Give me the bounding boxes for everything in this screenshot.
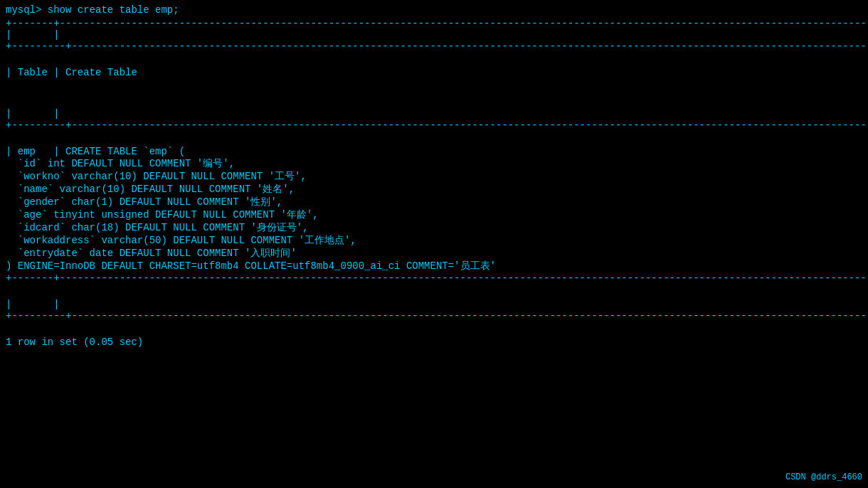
empty-line6 bbox=[0, 322, 868, 336]
divider-line3: +---------+-----------------------------… bbox=[0, 41, 868, 52]
content-line4: `name` varchar(10) DEFAULT NULL COMMENT … bbox=[0, 183, 868, 196]
empty-line4 bbox=[0, 131, 868, 146]
divider-mid1: | | bbox=[0, 108, 868, 120]
table-header-row: | Table | Create Table bbox=[0, 67, 868, 78]
row-count: 1 row in set (0.05 sec) bbox=[0, 336, 868, 348]
content-line8: `workaddress` varchar(50) DEFAULT NULL C… bbox=[0, 234, 868, 247]
divider-mid2: +---------+-----------------------------… bbox=[0, 120, 868, 131]
divider-bottom2: | | bbox=[0, 299, 868, 310]
divider-bottom3: +---------+-----------------------------… bbox=[0, 310, 868, 322]
content-line7: `idcard` char(18) DEFAULT NULL COMMENT '… bbox=[0, 221, 868, 234]
content-line1: | emp | CREATE TABLE `emp` ( bbox=[0, 146, 868, 157]
divider-top: +-------+-------------------------------… bbox=[0, 18, 868, 29]
divider-line2: | | bbox=[0, 29, 868, 41]
content-line3: `workno` varchar(10) DEFAULT NULL COMMEN… bbox=[0, 170, 868, 183]
empty-line1 bbox=[0, 52, 868, 67]
content-line10: ) ENGINE=InnoDB DEFAULT CHARSET=utf8mb4 … bbox=[0, 260, 868, 272]
empty-line2 bbox=[0, 78, 868, 93]
content-line5: `gender` char(1) DEFAULT NULL COMMENT '性… bbox=[0, 196, 868, 208]
content-line2: `id` int DEFAULT NULL COMMENT '编号', bbox=[0, 157, 868, 170]
divider-bottom1: +-------+-------------------------------… bbox=[0, 272, 868, 284]
empty-line5 bbox=[0, 284, 868, 299]
content-line6: `age` tinyint unsigned DEFAULT NULL COMM… bbox=[0, 208, 868, 221]
empty-line3 bbox=[0, 93, 868, 108]
watermark: CSDN @ddrs_4660 bbox=[785, 472, 862, 482]
content-line9: `entrydate` date DEFAULT NULL COMMENT '入… bbox=[0, 247, 868, 260]
prompt-line: mysql> show create table emp; bbox=[0, 3, 868, 18]
terminal-window: mysql> show create table emp; +-------+-… bbox=[0, 0, 868, 488]
